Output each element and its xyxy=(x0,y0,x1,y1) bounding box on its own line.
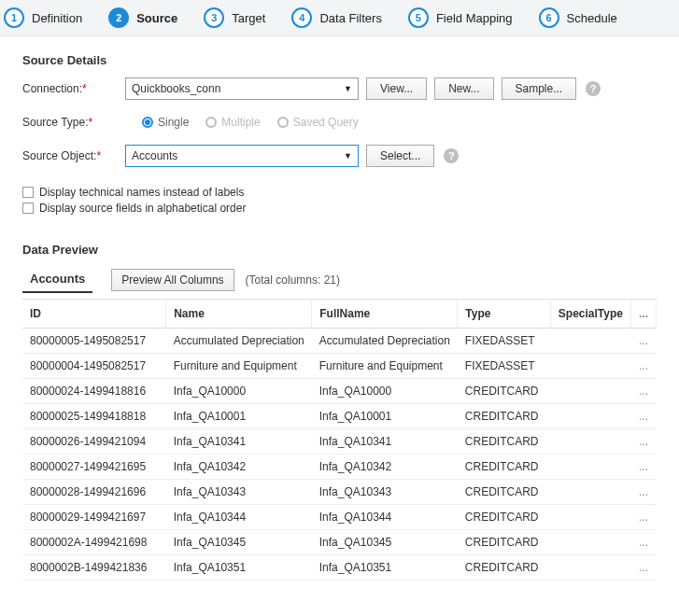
table-row[interactable]: 80000024-1499418816Infa_QA10000Infa_QA10… xyxy=(22,379,657,404)
column-header-fullname[interactable]: FullName xyxy=(312,300,458,329)
technical-names-checkbox-row: Display technical names instead of label… xyxy=(22,186,657,199)
source-object-select[interactable]: Accounts ▼ xyxy=(125,145,359,167)
technical-names-checkbox[interactable] xyxy=(22,187,34,198)
radio-label: Single xyxy=(158,116,189,129)
cell-type: CREDITCARD xyxy=(458,530,550,555)
cell-id: 80000029-1499421697 xyxy=(22,505,166,530)
table-row[interactable]: 80000028-1499421696Infa_QA10343Infa_QA10… xyxy=(22,480,657,505)
cell-name: Accumulated Depreciation xyxy=(166,329,312,354)
cell-st xyxy=(550,555,630,581)
step-label: Source xyxy=(136,11,177,25)
cell-type: CREDITCARD xyxy=(458,480,550,505)
cell-name: Infa_QA10344 xyxy=(166,505,312,530)
cell-full: Infa_QA10351 xyxy=(312,555,458,581)
column-header-type[interactable]: Type xyxy=(458,300,550,329)
source-type-label: Source Type:* xyxy=(22,116,125,129)
alphabetical-checkbox-row: Display source fields in alphabetical or… xyxy=(22,202,657,215)
step-target[interactable]: 3Target xyxy=(204,7,265,28)
cell-type: FIXEDASSET xyxy=(458,354,550,379)
table-row[interactable]: 8000002B-1499421836Infa_QA10351Infa_QA10… xyxy=(22,555,657,581)
step-source[interactable]: 2Source xyxy=(108,7,177,28)
step-label: Target xyxy=(232,11,265,25)
cell-more[interactable]: ... xyxy=(630,429,656,455)
step-data-filters[interactable]: 4Data Filters xyxy=(291,7,381,28)
step-number-icon: 1 xyxy=(4,7,24,28)
wizard-stepper: 1Definition2Source3Target4Data Filters5F… xyxy=(0,0,679,36)
help-icon[interactable]: ? xyxy=(586,81,601,96)
cell-type: CREDITCARD xyxy=(458,455,550,480)
preview-all-columns-button[interactable]: Preview All Columns xyxy=(111,269,233,291)
connection-select[interactable]: Quickbooks_conn ▼ xyxy=(125,77,359,100)
total-columns-label: (Total columns: 21) xyxy=(246,273,340,287)
sample-button[interactable]: Sample... xyxy=(502,77,577,100)
column-header-id[interactable]: ID xyxy=(22,300,166,329)
cell-st xyxy=(550,379,630,404)
step-label: Field Mapping xyxy=(436,11,513,25)
cell-more[interactable]: ... xyxy=(630,404,656,429)
cell-type: CREDITCARD xyxy=(458,505,550,530)
cell-name: Infa_QA10351 xyxy=(166,555,312,581)
step-definition[interactable]: 1Definition xyxy=(4,7,82,28)
cell-name: Infa_QA10341 xyxy=(166,429,312,455)
table-row[interactable]: 80000027-1499421695Infa_QA10342Infa_QA10… xyxy=(22,455,657,480)
cell-more[interactable]: ... xyxy=(630,379,656,404)
column-header-name[interactable]: Name xyxy=(166,300,312,329)
chevron-down-icon: ▼ xyxy=(344,84,352,93)
cell-id: 80000026-1499421094 xyxy=(22,429,166,455)
radio-icon xyxy=(277,117,289,128)
cell-full: Infa_QA10000 xyxy=(312,379,458,404)
select-button[interactable]: Select... xyxy=(366,145,434,167)
cell-st xyxy=(550,329,630,354)
cell-more[interactable]: ... xyxy=(630,455,656,480)
cell-more[interactable]: ... xyxy=(630,480,656,505)
technical-names-label: Display technical names instead of label… xyxy=(39,186,244,199)
help-icon[interactable]: ? xyxy=(444,148,459,163)
cell-st xyxy=(550,505,630,530)
alphabetical-checkbox[interactable] xyxy=(22,203,34,214)
required-asterisk: * xyxy=(96,149,101,162)
preview-header: Accounts Preview All Columns (Total colu… xyxy=(22,266,657,293)
cell-more[interactable]: ... xyxy=(630,505,656,530)
new-button[interactable]: New... xyxy=(434,77,493,100)
step-number-icon: 2 xyxy=(108,7,129,28)
step-field-mapping[interactable]: 5Field Mapping xyxy=(408,7,513,28)
cell-more[interactable]: ... xyxy=(630,354,656,379)
table-row[interactable]: 80000004-1495082517Furniture and Equipme… xyxy=(22,354,657,379)
cell-st xyxy=(550,480,630,505)
cell-full: Infa_QA10341 xyxy=(312,429,458,455)
cell-full: Furniture and Equipment xyxy=(312,354,458,379)
source-type-radio-single[interactable]: Single xyxy=(142,116,189,129)
cell-more[interactable]: ... xyxy=(630,555,656,581)
preview-table-wrap: IDNameFullNameTypeSpecialType... 8000000… xyxy=(22,299,657,581)
step-number-icon: 5 xyxy=(408,7,429,28)
table-row[interactable]: 80000026-1499421094Infa_QA10341Infa_QA10… xyxy=(22,429,657,455)
step-number-icon: 6 xyxy=(539,7,559,28)
cell-name: Infa_QA10342 xyxy=(166,455,312,480)
required-asterisk: * xyxy=(82,82,87,95)
cell-id: 8000002A-1499421698 xyxy=(22,530,166,555)
source-type-row: Source Type:* SingleMultipleSaved Query xyxy=(22,110,657,134)
cell-st xyxy=(550,354,630,379)
preview-tab-accounts[interactable]: Accounts xyxy=(22,266,92,293)
cell-type: CREDITCARD xyxy=(458,429,550,455)
cell-id: 80000025-1499418818 xyxy=(22,404,166,429)
radio-icon xyxy=(142,117,153,128)
radio-icon xyxy=(205,117,217,128)
cell-type: CREDITCARD xyxy=(458,404,550,429)
table-row[interactable]: 80000005-1495082517Accumulated Depreciat… xyxy=(22,329,657,354)
cell-more[interactable]: ... xyxy=(630,530,656,555)
step-schedule[interactable]: 6Schedule xyxy=(539,7,617,28)
column-header-more[interactable]: ... xyxy=(630,300,656,329)
table-row[interactable]: 80000025-1499418818Infa_QA10001Infa_QA10… xyxy=(22,404,657,429)
view-button[interactable]: View... xyxy=(366,77,427,100)
cell-id: 80000028-1499421696 xyxy=(22,480,166,505)
alphabetical-label: Display source fields in alphabetical or… xyxy=(39,202,246,215)
column-header-specialtype[interactable]: SpecialType xyxy=(550,300,630,329)
table-row[interactable]: 8000002A-1499421698Infa_QA10345Infa_QA10… xyxy=(22,530,657,555)
step-number-icon: 3 xyxy=(204,7,224,28)
cell-more[interactable]: ... xyxy=(630,329,656,354)
cell-st xyxy=(550,404,630,429)
table-row[interactable]: 80000029-1499421697Infa_QA10344Infa_QA10… xyxy=(22,505,657,530)
radio-label: Saved Query xyxy=(293,116,359,129)
cell-full: Infa_QA10344 xyxy=(312,505,458,530)
